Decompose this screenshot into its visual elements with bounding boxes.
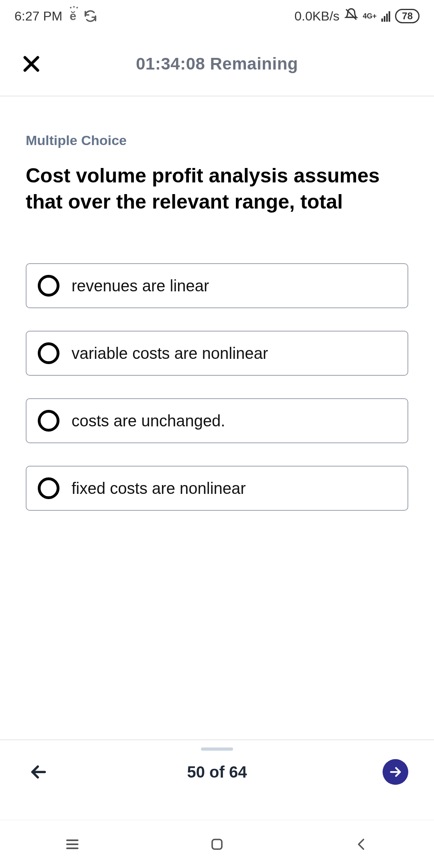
close-icon bbox=[22, 54, 41, 74]
close-button[interactable] bbox=[19, 52, 43, 76]
options-list: revenues are linear variable costs are n… bbox=[26, 263, 408, 511]
svg-rect-8 bbox=[212, 839, 222, 849]
timer-text: 01:34:08 Remaining bbox=[43, 54, 415, 74]
battery-value: 78 bbox=[402, 10, 413, 22]
status-right: 0.0KB/s 4G+ 78 bbox=[295, 8, 420, 25]
system-nav-bar bbox=[0, 820, 434, 868]
option-label: revenues are linear bbox=[72, 277, 209, 295]
mute-icon bbox=[344, 8, 358, 25]
next-button[interactable] bbox=[383, 759, 408, 785]
sync-icon bbox=[84, 9, 97, 23]
drag-handle[interactable] bbox=[201, 747, 233, 751]
question-area: Multiple Choice Cost volume profit analy… bbox=[0, 96, 434, 511]
option-label: variable costs are nonlinear bbox=[72, 344, 268, 362]
network-label: 4G+ bbox=[363, 12, 377, 20]
square-icon bbox=[210, 837, 224, 852]
recent-apps-button[interactable] bbox=[60, 832, 84, 856]
arrow-left-icon bbox=[29, 763, 48, 781]
status-time: 6:27 PM bbox=[14, 9, 62, 24]
option-2[interactable]: variable costs are nonlinear bbox=[26, 331, 408, 376]
question-type-label: Multiple Choice bbox=[26, 133, 408, 148]
radio-icon bbox=[38, 275, 59, 297]
radio-icon bbox=[38, 410, 59, 432]
radio-icon bbox=[38, 342, 59, 364]
prev-button[interactable] bbox=[26, 759, 51, 785]
battery-pill: 78 bbox=[395, 9, 420, 23]
data-rate: 0.0KB/s bbox=[295, 9, 340, 24]
app-indicator-icon: ĕ bbox=[70, 9, 76, 23]
back-button[interactable] bbox=[350, 832, 374, 856]
arrow-right-icon bbox=[389, 765, 402, 779]
menu-icon bbox=[64, 836, 80, 852]
app-header: 01:34:08 Remaining bbox=[0, 32, 434, 96]
progress-text: 50 of 64 bbox=[187, 763, 247, 781]
option-3[interactable]: costs are unchanged. bbox=[26, 398, 408, 443]
footer-nav: 50 of 64 bbox=[0, 739, 434, 804]
status-bar: 6:27 PM ĕ 0.0KB/s 4G+ 78 bbox=[0, 0, 434, 32]
radio-icon bbox=[38, 477, 59, 499]
option-label: fixed costs are nonlinear bbox=[72, 479, 246, 497]
option-1[interactable]: revenues are linear bbox=[26, 263, 408, 308]
status-left: 6:27 PM ĕ bbox=[14, 9, 97, 24]
question-text: Cost volume profit analysis assumes that… bbox=[26, 163, 408, 215]
option-label: costs are unchanged. bbox=[72, 412, 225, 430]
chevron-left-icon bbox=[354, 837, 369, 852]
home-button[interactable] bbox=[205, 832, 229, 856]
option-4[interactable]: fixed costs are nonlinear bbox=[26, 466, 408, 511]
signal-icon bbox=[381, 10, 390, 22]
